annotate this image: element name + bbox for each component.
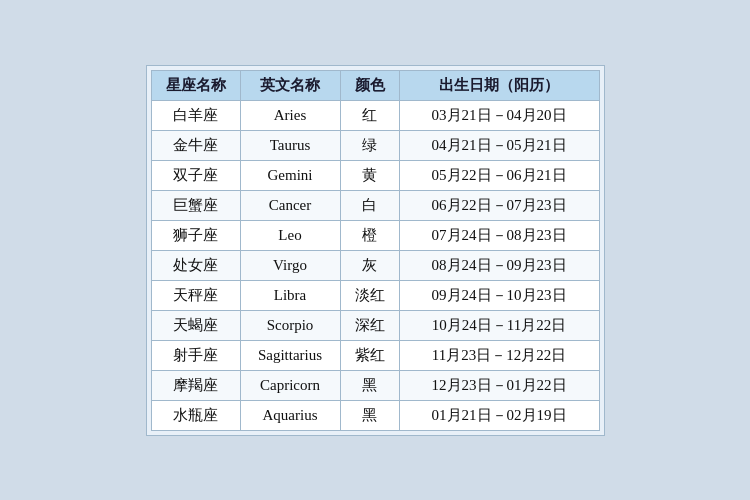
- table-row: 狮子座Leo橙07月24日－08月23日: [151, 220, 599, 250]
- cell-date: 11月23日－12月22日: [399, 340, 599, 370]
- table-row: 天蝎座Scorpio深红10月24日－11月22日: [151, 310, 599, 340]
- table-header-row: 星座名称 英文名称 颜色 出生日期（阳历）: [151, 70, 599, 100]
- cell-cn: 巨蟹座: [151, 190, 240, 220]
- cell-color: 橙: [340, 220, 399, 250]
- cell-date: 09月24日－10月23日: [399, 280, 599, 310]
- cell-cn: 双子座: [151, 160, 240, 190]
- cell-date: 12月23日－01月22日: [399, 370, 599, 400]
- cell-en: Aquarius: [240, 400, 340, 430]
- cell-cn: 天秤座: [151, 280, 240, 310]
- table-body: 白羊座Aries红03月21日－04月20日金牛座Taurus绿04月21日－0…: [151, 100, 599, 430]
- cell-date: 05月22日－06月21日: [399, 160, 599, 190]
- cell-cn: 狮子座: [151, 220, 240, 250]
- cell-color: 淡红: [340, 280, 399, 310]
- header-cn: 星座名称: [151, 70, 240, 100]
- cell-cn: 天蝎座: [151, 310, 240, 340]
- cell-en: Cancer: [240, 190, 340, 220]
- cell-date: 07月24日－08月23日: [399, 220, 599, 250]
- table-row: 白羊座Aries红03月21日－04月20日: [151, 100, 599, 130]
- table-row: 摩羯座Capricorn黑12月23日－01月22日: [151, 370, 599, 400]
- cell-en: Libra: [240, 280, 340, 310]
- cell-cn: 金牛座: [151, 130, 240, 160]
- cell-en: Sagittarius: [240, 340, 340, 370]
- table-row: 巨蟹座Cancer白06月22日－07月23日: [151, 190, 599, 220]
- cell-en: Scorpio: [240, 310, 340, 340]
- header-en: 英文名称: [240, 70, 340, 100]
- cell-cn: 处女座: [151, 250, 240, 280]
- cell-color: 灰: [340, 250, 399, 280]
- cell-date: 03月21日－04月20日: [399, 100, 599, 130]
- cell-color: 白: [340, 190, 399, 220]
- header-color: 颜色: [340, 70, 399, 100]
- zodiac-table-container: 星座名称 英文名称 颜色 出生日期（阳历） 白羊座Aries红03月21日－04…: [146, 65, 605, 436]
- cell-en: Aries: [240, 100, 340, 130]
- table-row: 金牛座Taurus绿04月21日－05月21日: [151, 130, 599, 160]
- table-row: 天秤座Libra淡红09月24日－10月23日: [151, 280, 599, 310]
- cell-color: 绿: [340, 130, 399, 160]
- cell-color: 紫红: [340, 340, 399, 370]
- table-row: 水瓶座Aquarius黑01月21日－02月19日: [151, 400, 599, 430]
- cell-en: Virgo: [240, 250, 340, 280]
- cell-date: 01月21日－02月19日: [399, 400, 599, 430]
- table-row: 射手座Sagittarius紫红11月23日－12月22日: [151, 340, 599, 370]
- cell-en: Taurus: [240, 130, 340, 160]
- cell-date: 04月21日－05月21日: [399, 130, 599, 160]
- cell-cn: 射手座: [151, 340, 240, 370]
- zodiac-table: 星座名称 英文名称 颜色 出生日期（阳历） 白羊座Aries红03月21日－04…: [151, 70, 600, 431]
- cell-en: Gemini: [240, 160, 340, 190]
- cell-date: 06月22日－07月23日: [399, 190, 599, 220]
- cell-date: 10月24日－11月22日: [399, 310, 599, 340]
- cell-color: 黑: [340, 370, 399, 400]
- cell-color: 黑: [340, 400, 399, 430]
- cell-cn: 摩羯座: [151, 370, 240, 400]
- cell-cn: 水瓶座: [151, 400, 240, 430]
- cell-en: Capricorn: [240, 370, 340, 400]
- cell-date: 08月24日－09月23日: [399, 250, 599, 280]
- cell-en: Leo: [240, 220, 340, 250]
- cell-color: 黄: [340, 160, 399, 190]
- cell-color: 红: [340, 100, 399, 130]
- table-row: 处女座Virgo灰08月24日－09月23日: [151, 250, 599, 280]
- cell-cn: 白羊座: [151, 100, 240, 130]
- header-date: 出生日期（阳历）: [399, 70, 599, 100]
- table-row: 双子座Gemini黄05月22日－06月21日: [151, 160, 599, 190]
- cell-color: 深红: [340, 310, 399, 340]
